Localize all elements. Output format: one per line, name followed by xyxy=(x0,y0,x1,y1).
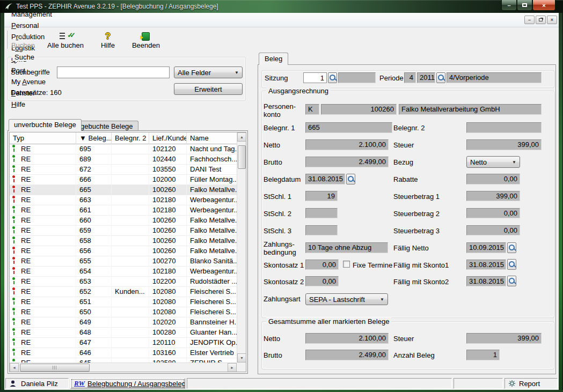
column-header-name[interactable]: Name xyxy=(187,132,238,144)
beenden-label: Beenden xyxy=(132,41,160,49)
table-row[interactable]: RE 666 102000 Füller Montag... xyxy=(10,175,237,185)
table-row[interactable]: RE 661 102180 Werbeagentur... xyxy=(10,205,237,216)
periode-lookup-button[interactable] xyxy=(436,72,445,83)
faellig-skonto2-lookup-button[interactable] xyxy=(507,276,516,286)
search-input[interactable] xyxy=(57,66,170,78)
cell-name: Falko Metallve... xyxy=(187,246,237,256)
mdi-close-button[interactable]: × xyxy=(547,16,557,24)
mdi-minimize-button[interactable]: – xyxy=(524,16,535,24)
booking-status-icon xyxy=(12,155,17,162)
cell-kunde: 102000 xyxy=(149,175,187,185)
column-header-belegnr2[interactable]: Belegnr. 2 xyxy=(112,132,149,144)
vertical-scroll-thumb[interactable] xyxy=(238,145,246,169)
cell-belegnr2 xyxy=(112,226,149,236)
table-row[interactable]: RE 663 102180 Werbeagentur... xyxy=(10,195,237,205)
gesamtsumme-groupbox: Gesamtsumme aller markierten Belege xyxy=(261,321,554,369)
faellig-skonto2-field: 31.08.2015 xyxy=(466,276,506,286)
table-row[interactable]: RE 646 103160 Elster Vertrieb xyxy=(10,348,237,358)
cell-typ: RE xyxy=(21,155,31,163)
column-header-belegnr[interactable]: ▼ Beleg... xyxy=(76,132,112,144)
cell-belegnr: 695 xyxy=(76,144,112,154)
cell-name: DANI Test xyxy=(187,165,237,175)
stschl1-field: 19 xyxy=(305,191,338,201)
table-row[interactable]: RE 652 Kunden... 102080 Fleischerei S... xyxy=(10,287,237,297)
toolbar-grip[interactable] xyxy=(6,31,8,49)
rabatte-field: 0,00 xyxy=(466,174,520,184)
tab-gebuchte-belege[interactable]: gebuchte Belege xyxy=(75,121,138,131)
table-row[interactable]: RE 672 103550 DANI Test xyxy=(10,165,237,175)
zahlungsart-dropdown[interactable]: SEPA - Lastschrift ▼ xyxy=(305,293,388,305)
table-row[interactable]: RE 689 102440 Fachhochsch... xyxy=(10,154,237,165)
table-row[interactable]: RE 665 100260 Falko Metallve... xyxy=(10,185,237,195)
cell-name: Werbeagentur... xyxy=(187,195,237,205)
cell-belegnr: 645 xyxy=(76,358,112,363)
table-row[interactable]: RE 695 102120 Nacht und Tag... xyxy=(10,144,237,154)
maximize-button[interactable] xyxy=(517,0,532,11)
table-row[interactable]: RE 651 102080 Fleischerei S... xyxy=(10,297,237,307)
cell-typ: RE xyxy=(21,308,31,316)
erweitert-button[interactable]: Erweitert xyxy=(174,83,243,95)
cell-typ: RE xyxy=(21,145,31,153)
scroll-down-button[interactable]: ▼ xyxy=(237,353,246,363)
horizontal-scrollbar[interactable]: ◄ ► xyxy=(10,363,237,372)
hilfe-label: Hilfe xyxy=(101,41,115,49)
task-button[interactable]: RW Belegbuchung / Ausgangsbelege xyxy=(70,378,185,389)
cell-typ: RE xyxy=(21,298,31,306)
table-row[interactable]: RE 645 102580 ZEPHIR S... xyxy=(10,358,237,363)
cell-typ: RE xyxy=(21,277,31,285)
scroll-up-button[interactable]: ▲ xyxy=(237,132,246,142)
brutto-label: Brutto xyxy=(264,158,282,166)
close-button[interactable]: × xyxy=(532,0,555,11)
hilfe-button[interactable]: ? Hilfe xyxy=(96,31,120,49)
cell-name: Elster Vertrieb xyxy=(187,348,237,358)
fixe-termine-checkbox[interactable] xyxy=(343,261,350,268)
alle-buchen-label: Alle buchen xyxy=(47,41,84,49)
scroll-left-button[interactable]: ◄ xyxy=(10,363,19,372)
beenden-button[interactable]: Beenden xyxy=(132,31,160,49)
cell-typ: RE xyxy=(21,359,31,363)
table-row[interactable]: RE 650 102080 Fleischerei S... xyxy=(10,307,237,317)
mdi-restore-button[interactable] xyxy=(536,16,546,24)
report-button[interactable]: Report xyxy=(504,378,558,389)
cell-name: Werbeagentur... xyxy=(187,267,237,277)
table-row[interactable]: RE 647 120110 JENOPTIK Op... xyxy=(10,338,237,348)
table-row[interactable]: RE 654 102180 Werbeagentur... xyxy=(10,267,237,277)
table-row[interactable]: RE 660 100260 Falko Metallve... xyxy=(10,216,237,226)
faellig-netto-lookup-button[interactable] xyxy=(507,242,516,253)
column-header-kunde[interactable]: Lief./Kunde xyxy=(149,132,187,144)
tab-unverbuchte-belege[interactable]: unverbuchte Belege xyxy=(9,119,82,131)
skontosatz2-label: Skontosatz 2 xyxy=(264,278,304,286)
scroll-right-button[interactable]: ► xyxy=(228,363,237,372)
cell-belegnr: 661 xyxy=(76,205,112,216)
table-row[interactable]: RE 659 100260 Falko Metallve... xyxy=(10,226,237,236)
netto-field: 2.100,00 xyxy=(305,139,389,150)
mdi-restore-icon xyxy=(539,18,543,21)
bezug-label: Bezug xyxy=(393,158,413,166)
faellig-skonto1-lookup-button[interactable] xyxy=(507,259,516,270)
table-row[interactable]: RE 655 100270 Blanko Sanitä... xyxy=(10,256,237,267)
sitzung-input[interactable] xyxy=(303,72,327,83)
table-row[interactable]: RE 649 102020 Bannsteiner H... xyxy=(10,317,237,328)
table-row[interactable]: RE 648 100280 Gluanter Han... xyxy=(10,328,237,338)
alle-buchen-button[interactable]: ✓✓ Alle buchen xyxy=(47,31,84,49)
menu-item[interactable]: Management xyxy=(7,13,71,20)
vertical-scrollbar[interactable]: ▲ ▼ xyxy=(237,132,246,363)
table-row[interactable]: RE 656 100260 Falko Metallve... xyxy=(10,246,237,256)
search-scope-dropdown[interactable]: Alle Felder ▼ xyxy=(174,66,243,78)
column-header-typ[interactable]: Typ xyxy=(10,132,76,144)
bezug-dropdown[interactable]: Netto ▼ xyxy=(466,156,520,168)
cell-name: Falko Metallve... xyxy=(187,236,237,246)
cell-belegnr2 xyxy=(112,154,149,165)
scroll-right-icon: ► xyxy=(230,366,234,369)
tab-beleg[interactable]: Beleg xyxy=(259,53,288,65)
table-row[interactable]: RE 658 100260 Falko Metallve... xyxy=(10,236,237,246)
table-row[interactable]: RE 653 102200 Rudolstädter ... xyxy=(10,277,237,287)
minimize-button[interactable]: – xyxy=(501,0,517,11)
tab-label: unverbuchte Belege xyxy=(14,121,76,129)
booking-status-icon xyxy=(12,247,17,254)
title-bar[interactable]: Test PPS - ZEPHIR Avenue 3.2.19 - [Beleg… xyxy=(0,0,563,13)
sitzung-lookup-button[interactable] xyxy=(328,72,337,83)
horizontal-scroll-thumb[interactable] xyxy=(20,364,90,372)
belegdatum-lookup-button[interactable] xyxy=(346,174,355,184)
buchen-button[interactable]: ✓ Buchen xyxy=(11,31,35,49)
